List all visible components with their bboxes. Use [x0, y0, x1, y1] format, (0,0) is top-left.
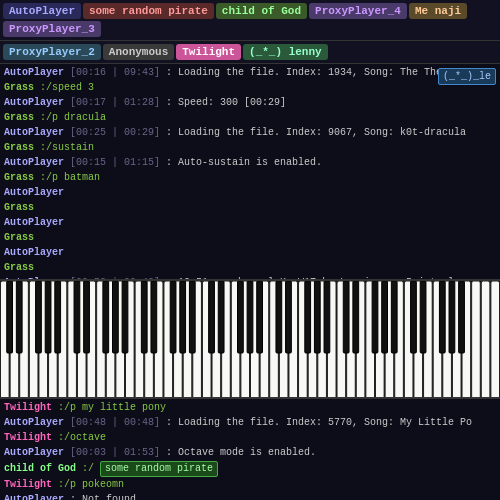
svg-rect-82 — [411, 281, 417, 353]
chat-line: Twilight :/octave — [4, 431, 496, 445]
chat-line: Grass :/speed 3 — [4, 81, 496, 95]
chat-line: AutoPlayer — [4, 246, 496, 260]
chat-area-top: AutoPlayer [00:16 | 09:43] : Loading the… — [0, 64, 500, 279]
svg-rect-64 — [170, 281, 176, 353]
tab-proxyplayer4[interactable]: ProxyPlayer_4 — [309, 3, 407, 19]
svg-rect-75 — [314, 281, 320, 353]
chat-line: AutoPlayer [00:03 | 01:53] : Octave mode… — [4, 446, 496, 460]
tab-some-random-pirate[interactable]: some random pirate — [83, 3, 214, 19]
chat-line: Grass — [4, 261, 496, 275]
chat-line: Grass :/p batman — [4, 171, 496, 185]
svg-rect-76 — [324, 281, 330, 353]
svg-rect-69 — [238, 281, 244, 353]
chat-line: AutoPlayer [00:25 | 00:29] : Loading the… — [4, 126, 496, 140]
chat-area-bottom: Twilight :/p my little pony AutoPlayer [… — [0, 399, 500, 500]
tab-twilight[interactable]: Twilight — [176, 44, 241, 60]
chat-line: Grass — [4, 201, 496, 215]
svg-rect-85 — [449, 281, 455, 353]
chat-line: Grass :/p dracula — [4, 111, 496, 125]
svg-rect-58 — [84, 281, 90, 353]
svg-rect-61 — [122, 281, 128, 353]
user-tabs-row1: AutoPlayer some random pirate child of G… — [0, 0, 500, 41]
tab-autoplayer[interactable]: AutoPlayer — [3, 3, 81, 19]
chat-line: AutoPlayer [00:15 | 01:15] : Auto-sustai… — [4, 156, 496, 170]
svg-rect-49 — [472, 281, 481, 399]
chat-line: AutoPlayer [00:17 | 01:28] : Speed: 300 … — [4, 96, 496, 110]
svg-rect-84 — [439, 281, 445, 353]
svg-rect-74 — [305, 281, 311, 353]
svg-rect-59 — [103, 281, 109, 353]
tab-anonymous[interactable]: Anonymous — [103, 44, 174, 60]
svg-rect-62 — [141, 281, 147, 353]
svg-rect-78 — [353, 281, 359, 353]
svg-rect-51 — [491, 281, 500, 399]
svg-rect-67 — [209, 281, 215, 353]
svg-rect-56 — [55, 281, 61, 353]
svg-rect-73 — [286, 281, 292, 353]
svg-rect-80 — [382, 281, 388, 353]
svg-rect-55 — [45, 281, 51, 353]
svg-rect-54 — [36, 281, 42, 353]
svg-rect-77 — [343, 281, 349, 353]
svg-rect-57 — [74, 281, 80, 353]
chat-line: AutoPlayer [00:48 | 00:48] : Loading the… — [4, 416, 496, 430]
chat-line: Grass :/sustain — [4, 141, 496, 155]
svg-rect-68 — [218, 281, 224, 353]
svg-rect-81 — [391, 281, 397, 353]
chat-line: Grass — [4, 231, 496, 245]
svg-rect-60 — [113, 281, 119, 353]
user-tabs-row2: ProxyPlayer_2 Anonymous Twilight (_*_) l… — [0, 41, 500, 64]
svg-rect-72 — [276, 281, 282, 353]
tab-proxyplayer2[interactable]: ProxyPlayer_2 — [3, 44, 101, 60]
svg-rect-50 — [481, 281, 490, 399]
hover-avatar: (_*_)_le — [438, 68, 496, 85]
tab-child-of-god[interactable]: child of God — [216, 3, 307, 19]
autocomplete-suggestion: some random pirate — [100, 461, 218, 477]
svg-rect-79 — [372, 281, 378, 353]
chat-line: AutoPlayer — [4, 216, 496, 230]
tab-lenny[interactable]: (_*_) lenny — [243, 44, 328, 60]
svg-rect-63 — [151, 281, 157, 353]
piano-container[interactable]: // Render white keys inline via document… — [0, 279, 500, 399]
svg-rect-52 — [7, 281, 13, 353]
chat-line: AutoPlayer [00:16 | 09:43] : Loading the… — [4, 66, 496, 80]
svg-rect-86 — [459, 281, 465, 353]
chat-line: Twilight :/p my little pony — [4, 401, 496, 415]
chat-line: AutoPlayer : Not found. — [4, 493, 496, 500]
svg-rect-53 — [16, 281, 22, 353]
svg-rect-83 — [420, 281, 426, 353]
svg-rect-70 — [247, 281, 253, 353]
chat-line: Twilight :/p pokeomn — [4, 478, 496, 492]
tab-proxyplayer3[interactable]: ProxyPlayer_3 — [3, 21, 101, 37]
chat-line: AutoPlayer — [4, 186, 496, 200]
svg-rect-66 — [189, 281, 195, 353]
tab-me-naji[interactable]: Me naji — [409, 3, 467, 19]
svg-rect-71 — [257, 281, 263, 353]
chat-line: child of God :/ some random pirate — [4, 461, 496, 477]
svg-rect-65 — [180, 281, 186, 353]
